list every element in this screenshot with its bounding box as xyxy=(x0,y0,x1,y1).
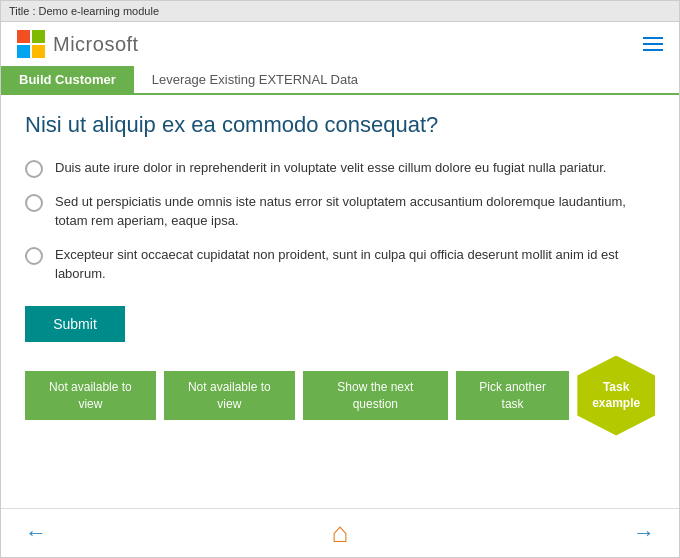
home-icon-button[interactable]: ⌂ xyxy=(332,517,349,549)
ms-tile-blue xyxy=(17,45,30,58)
prev-arrow-button[interactable]: ← xyxy=(25,520,47,546)
action-buttons-row: Not available to view Not available to v… xyxy=(25,356,655,436)
not-available-btn-2[interactable]: Not available to view xyxy=(164,371,295,421)
option-text-1: Duis aute irure dolor in reprehenderit i… xyxy=(55,158,606,178)
option-text-3: Excepteur sint occaecat cupidatat non pr… xyxy=(55,245,655,284)
next-arrow-button[interactable]: → xyxy=(633,520,655,546)
ms-tile-red xyxy=(17,30,30,43)
ms-tile-yellow xyxy=(32,45,45,58)
logo-area: Microsoft xyxy=(17,30,139,58)
tab-build-customer[interactable]: Build Customer xyxy=(1,66,134,93)
option-row-3: Excepteur sint occaecat cupidatat non pr… xyxy=(25,245,655,284)
show-next-question-btn[interactable]: Show the next question xyxy=(303,371,448,421)
title-bar: Title : Demo e-learning module xyxy=(1,1,679,22)
hamburger-line-2 xyxy=(643,43,663,45)
tab-leverage-label: Leverage Existing EXTERNAL Data xyxy=(152,72,358,87)
radio-option-3[interactable] xyxy=(25,247,43,265)
option-text-2: Sed ut perspiciatis unde omnis iste natu… xyxy=(55,192,655,231)
option-row-1: Duis aute irure dolor in reprehenderit i… xyxy=(25,158,655,178)
hamburger-line-3 xyxy=(643,49,663,51)
title-bar-text: Title : Demo e-learning module xyxy=(9,5,159,17)
tab-build-label: Build Customer xyxy=(19,72,116,87)
footer: ← ⌂ → xyxy=(1,508,679,557)
question-title: Nisi ut aliquip ex ea commodo consequat? xyxy=(25,111,655,140)
hamburger-line-1 xyxy=(643,37,663,39)
microsoft-logo xyxy=(17,30,45,58)
header: Microsoft xyxy=(1,22,679,66)
pick-another-task-btn[interactable]: Pick another task xyxy=(456,371,569,421)
ms-tile-green xyxy=(32,30,45,43)
app-name: Microsoft xyxy=(53,33,139,56)
radio-option-2[interactable] xyxy=(25,194,43,212)
option-row-2: Sed ut perspiciatis unde omnis iste natu… xyxy=(25,192,655,231)
task-hex-label: Task example xyxy=(577,380,655,411)
hamburger-menu-button[interactable] xyxy=(643,37,663,51)
not-available-btn-1[interactable]: Not available to view xyxy=(25,371,156,421)
submit-button[interactable]: Submit xyxy=(25,306,125,342)
task-example-hexagon[interactable]: Task example xyxy=(577,356,655,436)
radio-option-1[interactable] xyxy=(25,160,43,178)
main-content: Nisi ut aliquip ex ea commodo consequat?… xyxy=(1,95,679,508)
nav-tabs: Build Customer Leverage Existing EXTERNA… xyxy=(1,66,679,95)
tab-leverage-external[interactable]: Leverage Existing EXTERNAL Data xyxy=(134,66,376,93)
